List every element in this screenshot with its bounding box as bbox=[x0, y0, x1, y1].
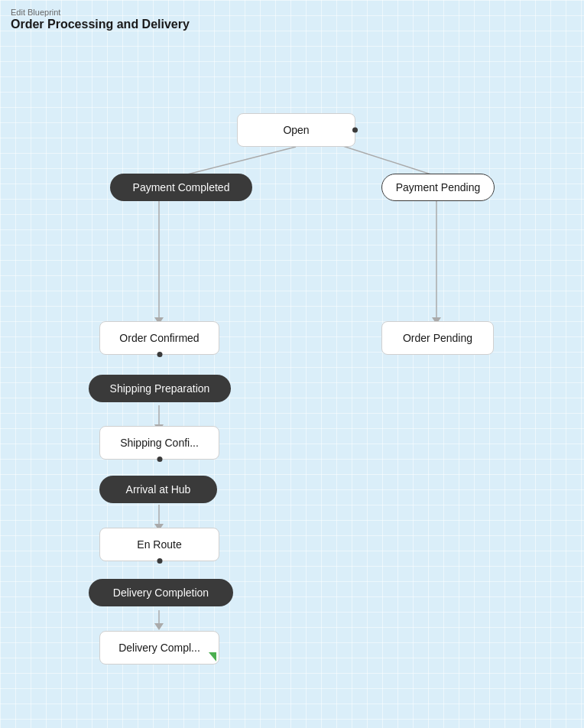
node-order-pending-label: Order Pending bbox=[403, 332, 472, 344]
node-en-route-label: En Route bbox=[137, 538, 181, 551]
node-open-label: Open bbox=[283, 124, 309, 136]
green-triangle-icon bbox=[209, 652, 216, 661]
node-shipping-confirmed-label: Shipping Confi... bbox=[120, 437, 199, 449]
node-delivery-completed[interactable]: Delivery Compl... bbox=[99, 631, 219, 665]
node-open[interactable]: Open bbox=[237, 113, 355, 147]
workflow-canvas: Edit Blueprint Order Processing and Deli… bbox=[0, 0, 584, 728]
svg-marker-11 bbox=[154, 623, 164, 630]
header: Edit Blueprint Order Processing and Deli… bbox=[11, 8, 190, 31]
connectors-svg bbox=[0, 0, 584, 728]
node-delivery-completion[interactable]: Delivery Completion bbox=[89, 579, 233, 606]
node-order-pending[interactable]: Order Pending bbox=[381, 321, 494, 355]
svg-line-0 bbox=[181, 147, 296, 176]
node-arrival-at-hub-label: Arrival at Hub bbox=[126, 483, 191, 496]
node-shipping-confirmed[interactable]: Shipping Confi... bbox=[99, 426, 219, 460]
node-arrival-at-hub[interactable]: Arrival at Hub bbox=[99, 476, 217, 503]
node-shipping-preparation[interactable]: Shipping Preparation bbox=[89, 375, 231, 402]
node-payment-completed[interactable]: Payment Completed bbox=[110, 174, 252, 201]
node-order-confirmed-label: Order Confirmed bbox=[119, 332, 199, 344]
node-payment-completed-label: Payment Completed bbox=[133, 181, 230, 193]
node-delivery-completed-label: Delivery Compl... bbox=[118, 642, 200, 654]
page-title: Order Processing and Delivery bbox=[11, 18, 190, 31]
node-order-confirmed[interactable]: Order Confirmed bbox=[99, 321, 219, 355]
node-payment-pending[interactable]: Payment Pending bbox=[381, 174, 495, 201]
node-payment-pending-label: Payment Pending bbox=[396, 181, 481, 193]
header-subtitle: Edit Blueprint bbox=[11, 8, 190, 17]
node-shipping-preparation-label: Shipping Preparation bbox=[110, 382, 210, 395]
node-en-route[interactable]: En Route bbox=[99, 528, 219, 561]
node-delivery-completion-label: Delivery Completion bbox=[113, 587, 209, 599]
